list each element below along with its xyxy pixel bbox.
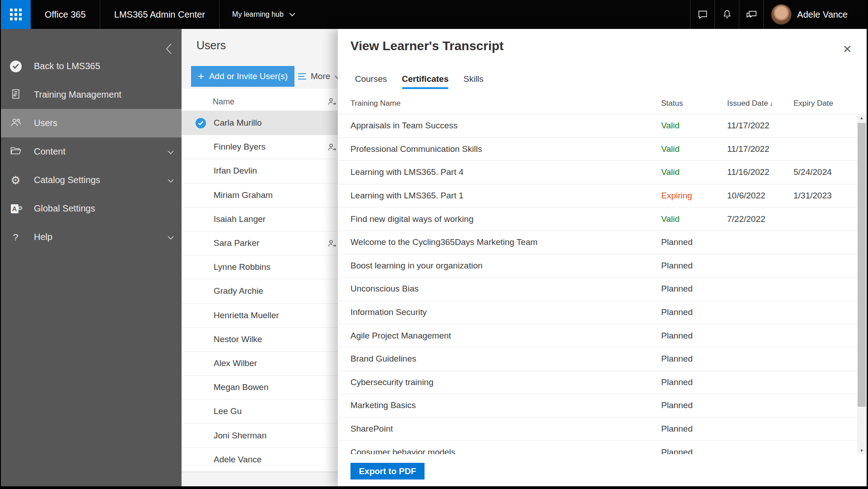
user-name: Sara Parker: [214, 238, 259, 248]
user-name: Henrietta Mueller: [214, 310, 279, 320]
chevron-down-icon: [168, 146, 174, 157]
expiry-date-cell: 5/24/2024: [793, 167, 859, 177]
certificate-row: Cybersecurity training Planned: [338, 371, 859, 395]
add-or-invite-users-button[interactable]: + Add or Invite User(s): [191, 66, 294, 87]
user-row[interactable]: Alex Wilber: [182, 352, 338, 376]
chevron-down-icon: [335, 71, 338, 81]
column-header-expiry-date[interactable]: Expiry Date: [793, 99, 859, 108]
sidebar-item-label: Back to LMS365: [34, 61, 100, 71]
user-row[interactable]: Joni Sherman: [182, 423, 338, 447]
transcript-tabs: Courses Certificates Skills: [355, 74, 484, 89]
status-cell: Valid: [661, 167, 727, 177]
sidebar-item[interactable]: Back to LMS365: [1, 52, 182, 80]
user-name: Lynne Robbins: [214, 262, 271, 272]
tab[interactable]: Skills: [463, 74, 483, 89]
status-cell: Planned: [661, 400, 727, 410]
column-header-training-name[interactable]: Training Name: [350, 99, 661, 108]
scroll-up-button[interactable]: ▲: [857, 114, 866, 122]
sidebar-item-label: Global Settings: [34, 203, 95, 214]
user-row[interactable]: Nestor Wilke: [182, 328, 338, 352]
status-cell: Planned: [661, 261, 727, 271]
status-cell: Expiring: [661, 191, 727, 201]
hub-menu-button[interactable]: My learning hub: [219, 10, 308, 19]
user-name: Grady Archie: [214, 286, 263, 296]
scrollbar-thumb[interactable]: [858, 123, 866, 407]
signed-in-user-name[interactable]: Adele Vance: [797, 9, 848, 20]
user-row[interactable]: Henrietta Mueller: [182, 304, 338, 328]
user-row[interactable]: Carla Murillo: [182, 111, 338, 135]
user-row[interactable]: Megan Bowen: [182, 376, 338, 400]
user-avatar[interactable]: [771, 4, 792, 25]
sidebar-item[interactable]: Users: [1, 109, 182, 137]
user-row[interactable]: Irfan Devlin: [182, 159, 338, 183]
name-header-label: Name: [213, 97, 234, 107]
sidebar-item[interactable]: ? Help: [1, 223, 182, 251]
certificate-row: Consumer behavior models Planned: [338, 441, 859, 454]
status-cell: Valid: [661, 214, 727, 224]
training-name-cell: Learning with LMS365. Part 1: [350, 191, 661, 201]
sidebar-item[interactable]: A⚙ Global Settings: [1, 194, 182, 223]
certificate-row: Appraisals in Team Success Valid 11/17/2…: [338, 114, 859, 138]
training-name-cell: Unconscious Bias: [350, 284, 661, 294]
user-row[interactable]: Sara Parker: [182, 231, 338, 255]
user-name: Isaiah Langer: [214, 214, 266, 224]
close-button[interactable]: ✕: [840, 42, 855, 57]
column-header-status[interactable]: Status: [661, 99, 727, 108]
sidebar-item[interactable]: Content: [1, 137, 182, 166]
user-row[interactable]: Miriam Graham: [182, 183, 338, 207]
tab-label: Certificates: [402, 74, 449, 84]
app-window: Office 365 LMS365 Admin Center My learni…: [1, 0, 867, 486]
certificate-row: Learning with LMS365. Part 1 Expiring 10…: [338, 184, 859, 208]
more-menu-icon: [298, 73, 306, 80]
issued-date-cell: 11/17/2022: [727, 121, 793, 131]
user-row[interactable]: Grady Archie: [182, 279, 338, 303]
transcript-table-header: Training Name Status Issued Date↓ Expiry…: [338, 93, 859, 114]
column-header-issued-date[interactable]: Issued Date↓: [727, 99, 793, 108]
sidebar-menu: Back to LMS365: [1, 52, 182, 251]
sidebar-item-label: Help: [34, 232, 52, 242]
training-name-cell: Brand Guidelines: [350, 354, 661, 364]
certificate-row: Welcome to the Cycling365Days Marketing …: [338, 231, 859, 254]
topbar-actions: Adele Vance: [690, 0, 867, 29]
status-cell: Valid: [661, 121, 727, 131]
training-name-cell: Agile Project Management: [350, 331, 661, 341]
training-name-cell: Cybersecurity training: [350, 377, 661, 387]
user-name: Carla Murillo: [214, 118, 262, 128]
transcript-table-body: Appraisals in Team Success Valid 11/17/2…: [338, 114, 859, 454]
users-icon: [10, 117, 22, 130]
certificate-row: Information Security Planned: [338, 301, 859, 324]
chat-button[interactable]: [691, 0, 714, 29]
user-row[interactable]: Lee Gu: [182, 400, 338, 423]
user-row[interactable]: Lynne Robbins: [182, 255, 338, 279]
user-row[interactable]: Isaiah Langer: [182, 207, 338, 231]
sidebar-item[interactable]: ⚙ Catalog Settings: [1, 166, 182, 194]
tab[interactable]: Courses: [355, 74, 387, 89]
scroll-down-button[interactable]: ▼: [857, 447, 866, 454]
panel-title: View Learner's Transcript: [350, 39, 504, 53]
training-name-cell: Information Security: [350, 307, 661, 317]
name-column-header[interactable]: Name: [182, 93, 338, 111]
user-row[interactable]: Finnley Byers: [182, 135, 338, 159]
chat-bubble-icon: [697, 9, 708, 20]
brand-title[interactable]: Office 365: [31, 9, 100, 20]
sidebar-item[interactable]: Training Management: [1, 80, 182, 109]
training-name-cell: SharePoint: [350, 424, 661, 434]
more-button[interactable]: More: [298, 66, 338, 87]
app-launcher-button[interactable]: [1, 0, 31, 29]
training-name-cell: Boost learning in your organization: [350, 261, 661, 271]
user-name: Nestor Wilke: [214, 334, 262, 344]
app-title[interactable]: LMS365 Admin Center: [100, 9, 219, 20]
notifications-button[interactable]: [715, 0, 739, 29]
topbar-divider: [763, 0, 764, 29]
bell-icon: [722, 9, 733, 20]
transcript-panel: View Learner's Transcript ✕ Courses Cert…: [338, 29, 867, 486]
issued-date-cell: 11/17/2022: [727, 144, 793, 154]
user-row[interactable]: Adele Vance: [182, 448, 338, 472]
export-to-pdf-button[interactable]: Export to PDF: [350, 463, 425, 480]
sidebar-item-label: Content: [34, 146, 65, 157]
vertical-scrollbar[interactable]: ▲ ▼: [857, 114, 866, 454]
tab[interactable]: Certificates: [402, 74, 449, 89]
certificate-row: Agile Project Management Planned: [338, 324, 859, 348]
folder-icon: [10, 146, 22, 158]
feedback-button[interactable]: [739, 0, 763, 29]
